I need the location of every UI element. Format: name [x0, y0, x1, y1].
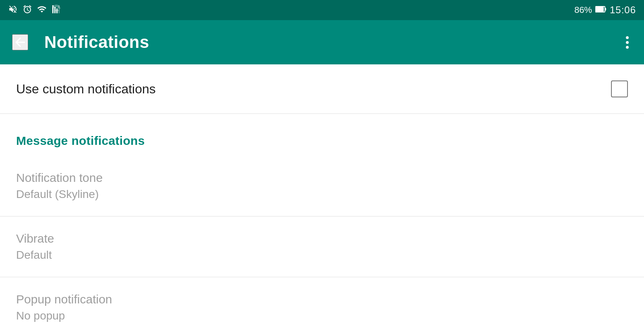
alarm-icon [23, 4, 32, 16]
battery-icon [595, 5, 607, 15]
status-bar: 86% 15:06 [0, 0, 644, 20]
status-time: 15:06 [610, 4, 636, 16]
mute-icon [8, 4, 18, 16]
custom-notifications-label: Use custom notifications [16, 82, 156, 97]
app-bar-left: Notifications [12, 33, 149, 52]
app-bar: Notifications [0, 20, 644, 64]
more-dot-2 [626, 41, 629, 44]
svg-rect-6 [596, 7, 604, 12]
more-options-button[interactable] [623, 33, 632, 52]
svg-rect-2 [56, 8, 58, 13]
popup-notification-row[interactable]: Popup notification No popup [0, 277, 644, 336]
notification-tone-value: Default (Skyline) [16, 188, 628, 201]
notification-tone-row[interactable]: Notification tone Default (Skyline) [0, 156, 644, 216]
status-bar-left-icons [8, 4, 61, 16]
signal-icon [52, 4, 61, 16]
vibrate-label: Vibrate [16, 232, 628, 245]
notification-tone-label: Notification tone [16, 171, 628, 185]
status-bar-right-info: 86% 15:06 [574, 4, 636, 16]
custom-notifications-row[interactable]: Use custom notifications [0, 64, 644, 114]
svg-rect-1 [54, 7, 56, 13]
svg-rect-0 [52, 5, 54, 13]
more-dot-1 [626, 36, 629, 39]
popup-notification-label: Popup notification [16, 293, 628, 306]
custom-notifications-checkbox[interactable] [611, 80, 628, 97]
battery-percentage: 86% [574, 5, 592, 15]
more-dot-3 [626, 46, 629, 49]
svg-rect-3 [58, 5, 60, 13]
svg-rect-5 [605, 8, 606, 10]
back-button[interactable] [12, 34, 28, 50]
message-notifications-title: Message notifications [16, 134, 145, 147]
message-notifications-section-header: Message notifications [0, 114, 644, 156]
wifi-icon [37, 4, 47, 16]
settings-content: Use custom notifications Message notific… [0, 64, 644, 336]
page-title: Notifications [44, 33, 149, 52]
vibrate-value: Default [16, 249, 628, 262]
popup-notification-value: No popup [16, 309, 628, 322]
vibrate-row[interactable]: Vibrate Default [0, 216, 644, 277]
